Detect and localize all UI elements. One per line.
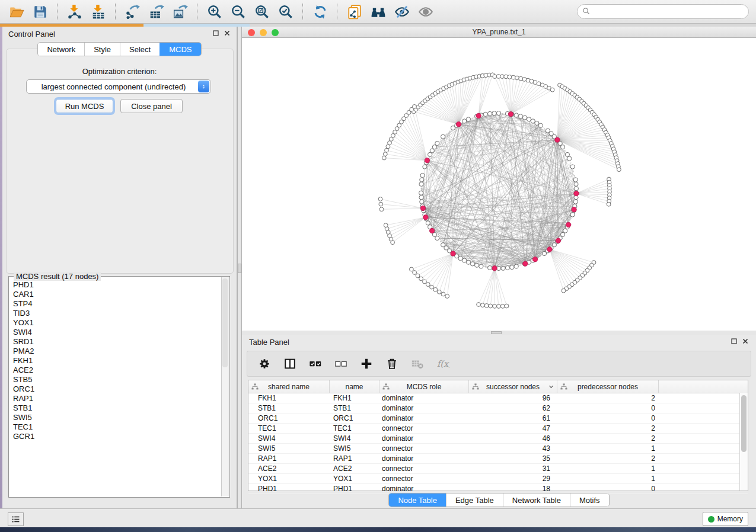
network-node[interactable] — [531, 119, 535, 123]
cell-name[interactable]: YOX1 — [330, 474, 379, 483]
cell-MCDS-role[interactable]: connector — [379, 424, 469, 433]
refresh-layout-button[interactable] — [308, 2, 332, 21]
mcds-hub-node[interactable] — [556, 238, 560, 243]
mcds-hub-node[interactable] — [425, 158, 429, 163]
cell-successor-nodes[interactable]: 47 — [469, 424, 557, 433]
leaf-node[interactable] — [504, 75, 508, 79]
leaf-node[interactable] — [477, 303, 481, 307]
network-node[interactable] — [492, 111, 496, 116]
network-node[interactable] — [419, 182, 423, 186]
cell-shared-name[interactable]: ORC1 — [248, 414, 330, 423]
network-node[interactable] — [542, 251, 546, 255]
column-header-successor-nodes[interactable]: successor nodes — [469, 380, 557, 393]
cell-successor-nodes[interactable]: 43 — [469, 444, 557, 453]
network-graph[interactable] — [242, 38, 756, 331]
cell-successor-nodes[interactable]: 18 — [469, 484, 557, 493]
network-node[interactable] — [479, 264, 483, 268]
leaf-node[interactable] — [383, 152, 387, 156]
leaf-node[interactable] — [484, 304, 489, 308]
table-row[interactable]: SWI5SWI5connector431 — [248, 444, 748, 454]
tab-node-table[interactable]: Node Table — [389, 493, 446, 507]
export-table-button[interactable] — [145, 2, 168, 21]
zoom-out-button[interactable] — [227, 2, 250, 21]
table-scrollbar[interactable] — [739, 393, 748, 491]
network-node[interactable] — [423, 165, 427, 169]
leaf-node[interactable] — [481, 303, 485, 307]
cell-name[interactable]: RAP1 — [330, 454, 379, 463]
cell-predecessor-nodes[interactable]: 0 — [557, 484, 659, 493]
mcds-result-item[interactable]: SWI5 — [13, 413, 222, 422]
leaf-node[interactable] — [500, 305, 505, 309]
close-panel-button[interactable]: Close panel — [120, 99, 183, 113]
network-node[interactable] — [535, 121, 539, 125]
leaf-node[interactable] — [384, 223, 388, 227]
cell-predecessor-nodes[interactable]: 1 — [557, 464, 659, 473]
add-row-button[interactable] — [359, 354, 374, 373]
search-network-button[interactable] — [366, 2, 390, 21]
cell-MCDS-role[interactable]: dominator — [379, 403, 469, 413]
cell-shared-name[interactable]: YOX1 — [248, 474, 330, 483]
mcds-hub-node[interactable] — [572, 207, 576, 212]
cell-predecessor-nodes[interactable]: 0 — [557, 414, 659, 423]
mcds-result-item[interactable]: ORC1 — [13, 384, 222, 394]
cell-name[interactable]: ORC1 — [330, 414, 379, 423]
leaf-node[interactable] — [426, 283, 430, 287]
mcds-result-item[interactable]: FKH1 — [13, 356, 222, 366]
table-row[interactable]: RAP1RAP1dominator352 — [248, 454, 748, 464]
mcds-result-item[interactable]: STB1 — [13, 403, 222, 413]
leaf-node[interactable] — [500, 75, 505, 79]
network-node[interactable] — [419, 196, 423, 200]
select-all-button[interactable] — [308, 354, 323, 373]
mcds-hub-node[interactable] — [420, 206, 425, 210]
leaf-node[interactable] — [508, 75, 512, 79]
table-row[interactable]: YOX1YOX1connector291 — [248, 474, 748, 484]
network-node[interactable] — [420, 200, 424, 204]
cell-shared-name[interactable]: RAP1 — [248, 454, 330, 463]
cell-name[interactable]: STB1 — [330, 403, 379, 413]
criterion-select[interactable]: largest connected component (undirected) — [26, 79, 211, 94]
network-node[interactable] — [441, 243, 445, 247]
cell-predecessor-nodes[interactable]: 1 — [557, 474, 659, 483]
cell-shared-name[interactable]: STB1 — [248, 403, 330, 413]
leaf-node[interactable] — [441, 292, 445, 296]
network-node[interactable] — [574, 182, 578, 186]
cell-successor-nodes[interactable]: 31 — [469, 464, 557, 473]
mcds-result-item[interactable]: CAR1 — [13, 290, 222, 299]
leaf-node[interactable] — [413, 105, 417, 109]
splitter-handle[interactable] — [491, 331, 502, 334]
cell-MCDS-role[interactable]: dominator — [379, 454, 469, 463]
mcds-hub-node[interactable] — [508, 111, 513, 116]
leaf-node[interactable] — [493, 305, 497, 309]
network-node[interactable] — [458, 257, 462, 261]
cell-MCDS-role[interactable]: connector — [379, 464, 469, 473]
network-node[interactable] — [435, 141, 439, 145]
network-node[interactable] — [466, 260, 470, 264]
cell-name[interactable]: PHD1 — [330, 484, 379, 493]
leaf-node[interactable] — [562, 289, 566, 293]
network-node[interactable] — [510, 265, 514, 270]
tab-style[interactable]: Style — [84, 43, 120, 56]
leaf-node[interactable] — [519, 76, 523, 81]
network-node[interactable] — [570, 213, 575, 217]
cell-name[interactable]: FKH1 — [330, 393, 379, 403]
cell-MCDS-role[interactable]: connector — [379, 444, 469, 453]
leaf-node[interactable] — [413, 271, 417, 275]
mcds-hub-node[interactable] — [451, 251, 455, 256]
table-row[interactable]: FKH1FKH1dominator962 — [248, 393, 748, 403]
network-node[interactable] — [565, 152, 569, 156]
cell-MCDS-role[interactable]: dominator — [379, 414, 469, 423]
cell-MCDS-role[interactable]: dominator — [379, 434, 469, 443]
leaf-node[interactable] — [410, 267, 414, 271]
mcds-result-item[interactable]: SRD1 — [13, 337, 222, 347]
network-node[interactable] — [574, 187, 578, 191]
leaf-node[interactable] — [433, 287, 438, 291]
network-node[interactable] — [570, 165, 575, 169]
leaf-node[interactable] — [385, 148, 389, 152]
memory-button[interactable]: Memory — [703, 512, 748, 526]
float-panel-icon[interactable] — [731, 336, 738, 347]
sort-desc-icon[interactable] — [547, 383, 555, 390]
cell-shared-name[interactable]: SWI5 — [248, 444, 330, 453]
network-node[interactable] — [505, 266, 509, 270]
share-document-button[interactable] — [343, 2, 366, 21]
leaf-node[interactable] — [493, 75, 497, 79]
